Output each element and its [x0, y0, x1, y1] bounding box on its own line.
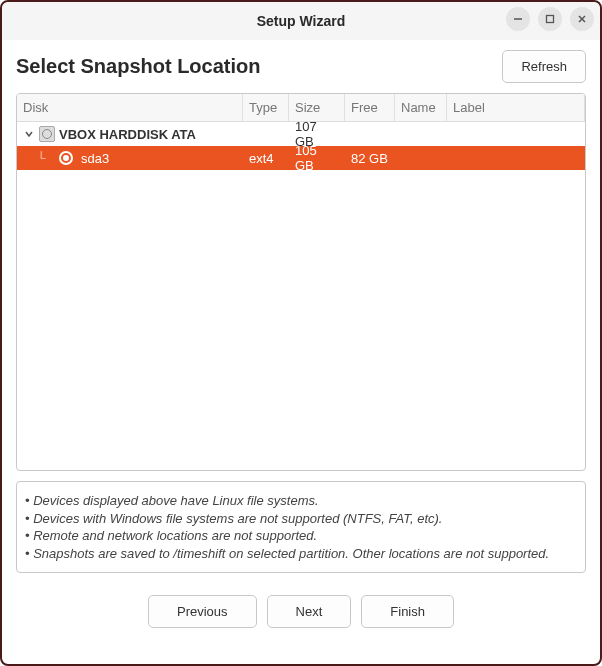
next-button[interactable]: Next [267, 595, 352, 628]
content-area: Select Snapshot Location Refresh Disk Ty… [2, 40, 600, 573]
titlebar: Setup Wizard [2, 2, 600, 40]
partition-name: sda3 [81, 151, 109, 166]
maximize-icon[interactable] [538, 7, 562, 31]
window-controls [506, 7, 594, 31]
refresh-button[interactable]: Refresh [502, 50, 586, 83]
chevron-down-icon[interactable] [23, 129, 35, 139]
column-disk[interactable]: Disk [17, 94, 243, 121]
finish-button[interactable]: Finish [361, 595, 454, 628]
radio-selected-icon[interactable] [59, 151, 73, 165]
column-label[interactable]: Label [447, 94, 585, 121]
minimize-icon[interactable] [506, 7, 530, 31]
table-row[interactable]: └ sda3 ext4 105 GB 82 GB [17, 146, 585, 170]
cell-type [243, 132, 289, 136]
close-icon[interactable] [570, 7, 594, 31]
harddisk-icon [39, 126, 55, 142]
footer-buttons: Previous Next Finish [2, 573, 600, 642]
note-line: Snapshots are saved to /timeshift on sel… [25, 545, 577, 563]
note-line: Remote and network locations are not sup… [25, 527, 577, 545]
cell-label [447, 156, 585, 160]
cell-size: 105 GB [289, 141, 345, 175]
cell-name [395, 156, 447, 160]
tree-branch-icon: └ [27, 151, 55, 165]
column-type[interactable]: Type [243, 94, 289, 121]
svg-rect-1 [547, 16, 554, 23]
cell-type: ext4 [243, 149, 289, 168]
cell-name [395, 132, 447, 136]
device-list: Disk Type Size Free Name Label VBOX HARD… [16, 93, 586, 471]
window-title: Setup Wizard [257, 13, 346, 29]
page-title: Select Snapshot Location [16, 55, 260, 78]
column-free[interactable]: Free [345, 94, 395, 121]
previous-button[interactable]: Previous [148, 595, 257, 628]
note-line: Devices with Windows file systems are no… [25, 510, 577, 528]
cell-free: 82 GB [345, 149, 395, 168]
notes-panel: Devices displayed above have Linux file … [16, 481, 586, 573]
cell-free [345, 132, 395, 136]
note-line: Devices displayed above have Linux file … [25, 492, 577, 510]
header-row: Select Snapshot Location Refresh [16, 50, 586, 83]
disk-name: VBOX HARDDISK ATA [59, 127, 196, 142]
cell-label [447, 132, 585, 136]
column-name[interactable]: Name [395, 94, 447, 121]
